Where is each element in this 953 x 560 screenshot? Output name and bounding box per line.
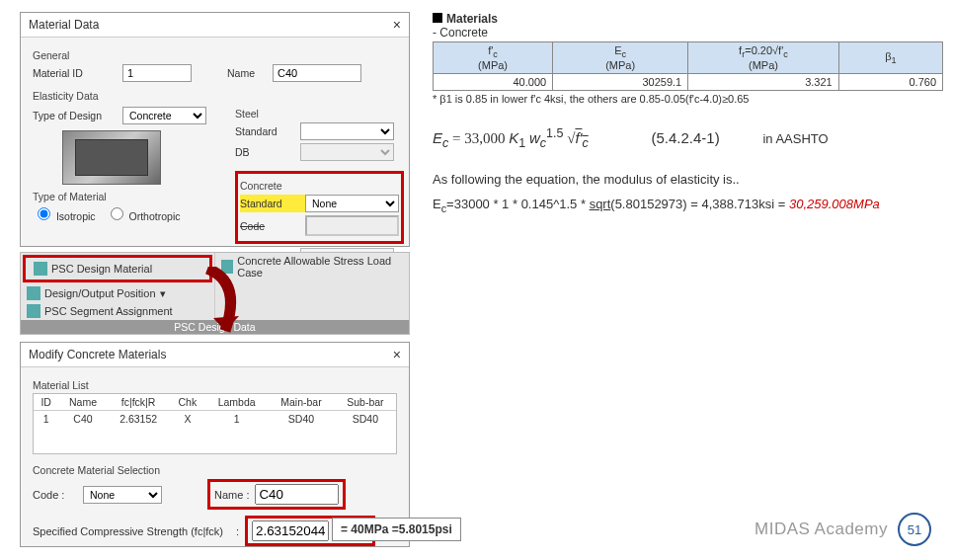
col-b1: β1 — [838, 42, 942, 74]
material-data-dialog: Material Data × General Material ID Name… — [20, 12, 410, 247]
type-of-material-label: Type of Material — [33, 191, 225, 202]
footer-brand: MIDAS Academy 51 — [754, 513, 931, 546]
orthotropic-radio[interactable]: Orthotropic — [106, 204, 181, 222]
material-list-table[interactable]: IDNamefc|fck|RChkLambdaMain-barSub-bar 1… — [34, 394, 396, 427]
dialog-title-text: Material Data — [29, 18, 99, 32]
type-of-design-select[interactable]: Concrete — [122, 107, 206, 124]
arrow-icon — [178, 267, 257, 346]
table-row[interactable]: 1C402.63152X1SD40SD40 — [34, 411, 396, 428]
calc-result: 30,259.008MPa — [789, 197, 880, 211]
steel-standard-select[interactable] — [300, 122, 394, 140]
modify-name-label: Name : — [214, 489, 249, 501]
in-aashto: in AASHTO — [762, 131, 828, 146]
concrete-code-label: Code — [240, 220, 299, 232]
modify-name-input[interactable] — [255, 484, 339, 505]
concrete-standard-label: Standard — [240, 198, 299, 209]
modify-concrete-dialog: Modify Concrete Materials × Material Lis… — [20, 342, 410, 547]
materials-note: * β1 is 0.85 in lower f'c 4ksi, the othe… — [433, 93, 943, 105]
calc-lhs: Ec=33000 * 1 * 0.145^1.5 * sqrt(5.801529… — [433, 197, 789, 211]
materials-sub: - Concrete — [433, 26, 943, 40]
code-select[interactable]: None — [83, 486, 162, 504]
materials-heading: Materials — [446, 12, 498, 26]
name-highlight: Name : — [207, 479, 346, 510]
name-input[interactable] — [273, 64, 361, 82]
eq-note: = 40MPa =5.8015psi — [332, 518, 461, 541]
concrete-standard-select[interactable]: None — [305, 195, 399, 212]
type-of-design-label: Type of Design — [33, 110, 117, 121]
concrete-selection-label: Concrete Material Selection — [33, 464, 397, 476]
explain-text: As following the equation, the modulus o… — [433, 172, 943, 187]
segment-icon — [27, 304, 40, 318]
slide-number-badge: 51 — [898, 513, 931, 546]
equation-row: Ec = 33,000 K1 wc1.5 √f'c (5.4.2.4-1) in… — [433, 126, 943, 150]
material-icon — [34, 262, 47, 276]
equation-number: (5.4.2.4-1) — [651, 129, 719, 146]
col-fr: fr=0.20√f'c(MPa) — [688, 42, 839, 74]
close-icon[interactable]: × — [393, 347, 401, 362]
material-id-input[interactable] — [122, 64, 192, 82]
scs-label: Specified Compressive Strength (fc|fck) — [33, 525, 230, 537]
col-ec: Ec(MPa) — [553, 42, 688, 74]
steel-db-label: DB — [235, 146, 294, 158]
output-icon — [27, 286, 40, 300]
concrete-code-input — [305, 215, 399, 236]
material-list-label: Material List — [33, 379, 397, 391]
close-icon[interactable]: × — [393, 17, 401, 33]
isotropic-radio[interactable]: Isotropic — [33, 204, 96, 222]
concrete-label: Concrete — [240, 180, 399, 192]
elasticity-label: Elasticity Data — [33, 90, 397, 102]
steel-db-select — [300, 143, 394, 161]
modify-dialog-titlebar: Modify Concrete Materials × — [21, 343, 409, 367]
brand-text: MIDAS Academy — [754, 520, 888, 539]
dialog-titlebar: Material Data × — [21, 13, 409, 38]
materials-table: f'c(MPa) Ec(MPa) fr=0.20√f'c(MPa) β1 40.… — [433, 41, 943, 91]
calc-row: Ec=33000 * 1 * 0.145^1.5 * sqrt(5.801529… — [433, 197, 943, 214]
svg-marker-0 — [213, 316, 239, 331]
code-label: Code : — [33, 489, 77, 501]
beam-preview-icon — [62, 130, 161, 185]
name-label: Name — [227, 67, 267, 79]
steel-label: Steel — [235, 108, 404, 120]
general-label: General — [33, 49, 397, 61]
modify-title: Modify Concrete Materials — [29, 348, 166, 361]
material-id-label: Material ID — [33, 67, 117, 79]
right-panel: Materials - Concrete f'c(MPa) Ec(MPa) fr… — [433, 12, 943, 214]
steel-standard-label: Standard — [235, 125, 294, 137]
scs-input[interactable] — [252, 520, 329, 541]
col-fc: f'c(MPa) — [434, 42, 553, 74]
